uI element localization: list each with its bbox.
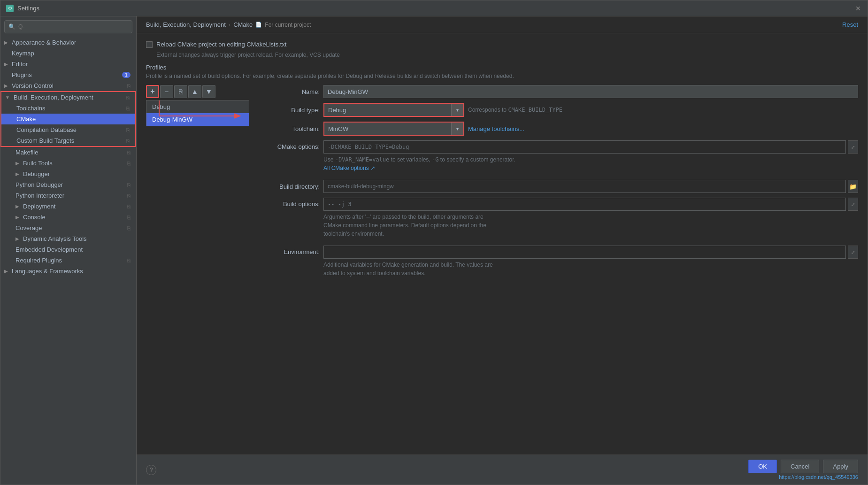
expand-icon: ▶ [15, 215, 19, 220]
build-type-select-wrapper: Debug Release RelWithDebInfo MinSizeRel … [323, 103, 464, 117]
all-cmake-options-link[interactable]: All CMake options ↗ [323, 165, 375, 171]
cmake-options-field[interactable]: -DCMAKE_BUILD_TYPE=Debug [323, 140, 846, 154]
main-content: 🔍 ▶ Appearance & Behavior Keymap ▶ Edito… [0, 16, 868, 485]
remove-profile-button[interactable]: − [160, 85, 173, 98]
add-profile-button[interactable]: + [146, 85, 159, 98]
sidebar-item-build-tools[interactable]: ▶ Build Tools ⎘ [0, 158, 136, 169]
sidebar-item-coverage[interactable]: Coverage ⎘ [0, 223, 136, 233]
sidebar: 🔍 ▶ Appearance & Behavior Keymap ▶ Edito… [0, 16, 137, 485]
title-bar-left: ⚙ Settings [6, 5, 39, 12]
build-dir-field[interactable]: cmake-build-debug-mingw [323, 180, 846, 193]
sidebar-item-editor[interactable]: ▶ Editor [0, 59, 136, 69]
toolchain-arrow[interactable]: ▾ [451, 123, 463, 135]
copy-icon: ⎘ [127, 215, 131, 220]
for-project: 📄 For current project [255, 22, 311, 28]
sidebar-item-custom-build[interactable]: Custom Build Targets ⎘ [1, 135, 135, 146]
sidebar-item-languages[interactable]: ▶ Languages & Frameworks [0, 266, 136, 277]
name-row: Name: [259, 85, 858, 98]
sidebar-item-dynamic-analysis[interactable]: ▶ Dynamic Analysis Tools [0, 233, 136, 244]
sidebar-item-toolchains[interactable]: Toolchains ⎘ [1, 103, 135, 114]
sidebar-item-build-execution[interactable]: ▼ Build, Execution, Deployment ⎘ [1, 92, 135, 103]
search-box[interactable]: 🔍 [4, 20, 132, 33]
build-options-expand[interactable]: ⤢ [848, 198, 858, 211]
copy-icon: ⎘ [126, 127, 130, 133]
breadcrumb-parent: Build, Execution, Deployment [146, 21, 226, 28]
app-icon: ⚙ [6, 5, 14, 12]
sidebar-item-plugins[interactable]: Plugins 1 [0, 69, 136, 80]
bottom-left: ? [146, 465, 156, 475]
build-dir-folder-btn[interactable]: 📁 [848, 180, 858, 193]
build-options-field[interactable]: -- -j 3 [323, 198, 846, 211]
sidebar-item-console[interactable]: ▶ Console ⎘ [0, 212, 136, 223]
form-area: Name: Build type: Debug Release [249, 85, 858, 285]
url-area: OK Cancel Apply https://blog.csdn.net/qq… [748, 460, 858, 480]
move-up-button[interactable]: ▲ [188, 85, 201, 98]
search-input[interactable] [18, 23, 128, 30]
copy-icon: ⎘ [127, 204, 131, 209]
manage-toolchains-link[interactable]: Manage toolchains... [468, 125, 524, 132]
close-button[interactable]: ✕ [854, 5, 862, 12]
copy-icon: ⎘ [127, 258, 131, 263]
url-text: https://blog.csdn.net/qq_45549336 [779, 474, 858, 480]
build-options-row: Build options: -- -j 3 ⤢ Arguments after… [259, 198, 858, 241]
toolchain-select-wrapper: MinGW Default ▾ [323, 122, 464, 136]
ok-button[interactable]: OK [748, 460, 777, 473]
environment-field[interactable] [323, 246, 846, 259]
sidebar-item-version-control[interactable]: ▶ Version Control ⎘ [0, 80, 136, 91]
breadcrumb-separator: › [229, 21, 230, 28]
bottom-right: OK Cancel Apply https://blog.csdn.net/qq… [748, 460, 858, 480]
copy-icon: ⎘ [127, 193, 131, 199]
sidebar-item-debugger[interactable]: ▶ Debugger [0, 169, 136, 179]
breadcrumb-current: CMake [233, 21, 253, 28]
sidebar-item-keymap[interactable]: Keymap [0, 48, 136, 59]
cmake-options-expand[interactable]: ⤢ [848, 140, 858, 154]
reload-checkbox[interactable] [146, 41, 153, 48]
copy-profile-button[interactable]: ⎘ [174, 85, 187, 98]
build-type-arrow[interactable]: ▾ [451, 104, 463, 116]
expand-icon: ▶ [4, 40, 8, 45]
apply-button[interactable]: Apply [823, 460, 858, 473]
name-input[interactable] [323, 85, 858, 98]
copy-icon: ⎘ [127, 225, 131, 231]
move-down-button[interactable]: ▼ [202, 85, 215, 98]
copy-icon: ⎘ [127, 83, 131, 89]
file-icon: 📄 [255, 22, 262, 28]
profiles-toolbar: + − ⎘ ▲ ▼ [146, 85, 249, 98]
profile-debug-mingw[interactable]: Debug-MinGW [146, 113, 249, 126]
sidebar-item-compilation-db[interactable]: Compilation Database ⎘ [1, 124, 135, 135]
build-options-hint: Arguments after '--' are passed to the b… [323, 213, 858, 238]
build-type-select[interactable]: Debug Release RelWithDebInfo MinSizeRel [324, 104, 451, 116]
copy-icon: ⎘ [127, 161, 131, 166]
build-dir-row: Build directory: cmake-build-debug-mingw… [259, 180, 858, 193]
window-title: Settings [17, 5, 39, 12]
sidebar-item-python-interpreter[interactable]: Python Interpreter ⎘ [0, 190, 136, 201]
build-type-label: Build type: [259, 107, 320, 114]
sidebar-item-cmake[interactable]: CMake [1, 114, 135, 124]
sidebar-item-appearance[interactable]: ▶ Appearance & Behavior [0, 37, 136, 48]
toolchain-select[interactable]: MinGW Default [324, 123, 451, 135]
panel-header: Build, Execution, Deployment › CMake 📄 F… [137, 16, 868, 33]
environment-expand[interactable]: ⤢ [848, 246, 858, 259]
sidebar-item-embedded-dev[interactable]: Embedded Development [0, 244, 136, 255]
expand-icon: ▶ [15, 236, 19, 241]
expand-icon: ▼ [5, 95, 10, 100]
reset-link[interactable]: Reset [842, 21, 858, 28]
expand-icon: ▶ [15, 171, 19, 177]
cancel-button[interactable]: Cancel [781, 460, 819, 473]
corresponds-text: Corresponds to CMAKE_BUILD_TYPE [468, 107, 562, 113]
sidebar-item-python-debugger[interactable]: Python Debugger ⎘ [0, 179, 136, 190]
copy-icon: ⎘ [127, 182, 131, 188]
sidebar-item-required-plugins[interactable]: Required Plugins ⎘ [0, 255, 136, 266]
build-type-row: Build type: Debug Release RelWithDebInfo… [259, 103, 858, 117]
help-button[interactable]: ? [146, 465, 156, 475]
search-icon: 🔍 [8, 23, 15, 30]
panel-body: Reload CMake project on editing CMakeLis… [137, 33, 868, 454]
copy-icon: ⎘ [126, 138, 130, 144]
settings-window: ⚙ Settings ✕ 🔍 ▶ Appearance & Behavior K… [0, 0, 868, 485]
sidebar-item-makefile[interactable]: Makefile ⎘ [0, 147, 136, 158]
toolchain-label: Toolchain: [259, 125, 320, 132]
reload-label: Reload CMake project on editing CMakeLis… [156, 41, 286, 48]
environment-hint: Additional variables for CMake generatio… [323, 261, 858, 277]
profile-debug[interactable]: Debug [146, 100, 249, 113]
sidebar-item-deployment[interactable]: ▶ Deployment ⎘ [0, 201, 136, 212]
